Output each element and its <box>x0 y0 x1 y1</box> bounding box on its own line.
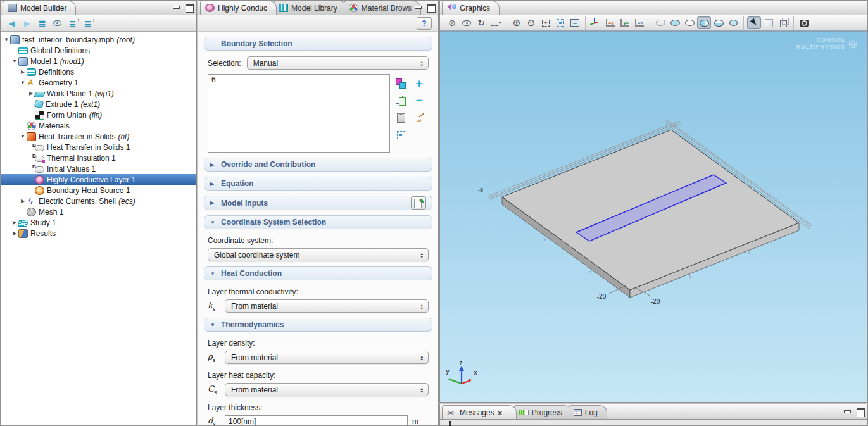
tree-item[interactable]: Heat Transfer in Solids(ht) <box>1 131 196 142</box>
settings-tab-material-brows[interactable]: Material Brows <box>344 1 421 15</box>
tree-item[interactable]: DInitial Values 1 <box>1 163 196 174</box>
back-button[interactable] <box>5 17 18 30</box>
show-button[interactable] <box>51 17 64 30</box>
tree-item[interactable]: Geometry 1 <box>1 77 196 88</box>
tree-item[interactable]: Materials <box>1 120 196 131</box>
edit-model-inputs-button[interactable] <box>411 196 426 210</box>
tree-item[interactable]: Results <box>1 228 196 239</box>
clear-button[interactable] <box>413 111 425 124</box>
collapse-all-button[interactable] <box>35 17 49 30</box>
tree-item[interactable]: Study 1 <box>1 217 196 228</box>
tree-expand-arrow[interactable] <box>19 69 27 75</box>
tree-item[interactable]: Global Definitions <box>1 45 196 56</box>
graphics-tab[interactable]: Graphics <box>442 1 500 15</box>
remove-button[interactable] <box>413 94 425 107</box>
tree-expand-arrow[interactable] <box>19 198 27 204</box>
copy-button[interactable] <box>394 94 407 107</box>
tree-item[interactable]: DThermal Insulation 1 <box>1 153 196 163</box>
tree-item[interactable]: Extrude 1(ext1) <box>1 99 196 110</box>
tree-item[interactable]: Mesh 1 <box>1 206 196 217</box>
layer-density-select[interactable]: From material <box>225 351 429 364</box>
field-row: ds100[nm]m <box>208 415 429 425</box>
model-builder-tab[interactable]: Model Builder <box>3 1 76 15</box>
view-unhidden-button[interactable] <box>668 16 682 29</box>
visibility-button[interactable] <box>460 16 474 29</box>
tree-expand-arrow[interactable] <box>19 80 27 85</box>
tree-item[interactable]: Highly Conductive Layer 1 <box>1 174 196 185</box>
rotate-button[interactable] <box>474 16 488 29</box>
bottom-tab-log[interactable]: Log <box>569 405 607 419</box>
tree-item[interactable]: DHeat Transfer in Solids 1 <box>1 142 196 153</box>
zoom-fit-button[interactable] <box>568 16 582 29</box>
bottom-tab-progress[interactable]: Progress <box>513 405 572 419</box>
view-zx-button[interactable] <box>632 16 646 29</box>
click-and-hide-button[interactable] <box>653 16 667 29</box>
tree-item[interactable]: test_interior_boundary.mph(root) <box>1 34 196 45</box>
section-header-thermodynamics[interactable]: ▼Thermodynamics <box>204 318 432 332</box>
paste-button[interactable] <box>394 111 407 124</box>
minimize-button[interactable] <box>172 4 180 11</box>
zoom-to-selection-button[interactable] <box>394 128 407 141</box>
help-button[interactable]: ? <box>417 17 432 30</box>
hide-tool-button[interactable] <box>762 16 776 29</box>
tree-expand-arrow[interactable] <box>11 220 18 225</box>
move-down-button[interactable] <box>81 17 94 30</box>
transparency-button[interactable] <box>697 16 711 29</box>
selection-mode-button[interactable]: ▾ <box>489 16 503 29</box>
section-header-boundary-selection[interactable]: Boundary Selection <box>204 37 432 51</box>
view-yz-button[interactable] <box>618 16 632 29</box>
tree-expand-arrow[interactable] <box>19 134 27 139</box>
select-tool-button[interactable] <box>747 16 761 29</box>
tree-item[interactable]: Form Union(fin) <box>1 110 196 120</box>
section-header-heat-conduction[interactable]: ▼Heat Conduction <box>204 266 432 280</box>
layer-heat-capacity-select[interactable]: From material <box>225 383 429 396</box>
settings-tab-model-library[interactable]: Model Library <box>274 1 347 15</box>
tree-expand-arrow[interactable] <box>11 230 18 236</box>
maximize-button[interactable] <box>856 408 864 415</box>
snapshot-button[interactable] <box>797 16 811 29</box>
bottom-tab-messages[interactable]: Messages <box>442 405 517 419</box>
zoom-out-button[interactable] <box>524 16 538 29</box>
wireframe-button[interactable] <box>726 16 740 29</box>
section-header-override-and-contribution[interactable]: ▶Override and Contribution <box>204 158 432 172</box>
minimize-button[interactable] <box>414 4 422 11</box>
section-header-model-inputs[interactable]: ▶Model Inputs <box>204 196 432 210</box>
view-hidden-button[interactable] <box>682 16 696 29</box>
selected-entity[interactable]: 6 <box>211 75 386 85</box>
active-selection-button[interactable] <box>394 77 407 90</box>
add-button[interactable] <box>413 77 425 90</box>
maximize-button[interactable] <box>427 4 435 11</box>
close-icon[interactable] <box>498 408 507 417</box>
minimize-button[interactable] <box>843 408 852 415</box>
show-tool-button[interactable] <box>776 16 790 29</box>
selection-dropdown[interactable]: Manual <box>247 56 429 70</box>
default-3d-view-button[interactable]: ▾ <box>589 16 603 29</box>
tree-item[interactable]: Boundary Heat Source 1 <box>1 185 196 196</box>
tree-item[interactable]: Definitions <box>1 66 196 77</box>
tree-expand-arrow[interactable] <box>3 37 10 42</box>
selected-entities-list[interactable]: 6 <box>208 74 390 153</box>
tree-item[interactable]: Electric Currents, Shell(ecs) <box>1 196 196 206</box>
tree-item[interactable]: Work Plane 1(wp1) <box>1 88 196 99</box>
zoom-extents-button[interactable] <box>553 16 567 29</box>
layer-thermal-conductivity-select[interactable]: From material <box>225 299 429 313</box>
geometry-icon <box>27 78 36 87</box>
graphics-canvas[interactable]: -20 -20 -9 z y x COMSOL MULTI <box>440 31 867 402</box>
view-xy-button[interactable] <box>603 16 617 29</box>
coordinate-system-select[interactable]: Global coordinate system <box>208 248 429 261</box>
section-header-coordinate-system-selection[interactable]: ▼Coordinate System Selection <box>204 215 432 229</box>
deselect-button[interactable] <box>445 16 459 29</box>
scene-light-button[interactable] <box>712 16 726 29</box>
3d-scene[interactable]: -20 -20 -9 z y x COMSOL MULTI <box>440 32 867 402</box>
maximize-button[interactable] <box>185 4 193 11</box>
select-value: From material <box>231 385 278 394</box>
layer-thickness-input[interactable]: 100[nm] <box>225 415 408 425</box>
tree-expand-arrow[interactable] <box>11 58 18 64</box>
tree-item[interactable]: Model 1(mod1) <box>1 56 196 66</box>
section-header-equation[interactable]: ▶Equation <box>204 177 432 191</box>
zoom-box-button[interactable] <box>539 16 553 29</box>
settings-tab-highly-conduc[interactable]: Highly Conduc <box>200 1 277 15</box>
zoom-in-button[interactable] <box>510 16 524 29</box>
move-up-button[interactable] <box>66 17 79 30</box>
forward-button[interactable] <box>20 17 34 30</box>
